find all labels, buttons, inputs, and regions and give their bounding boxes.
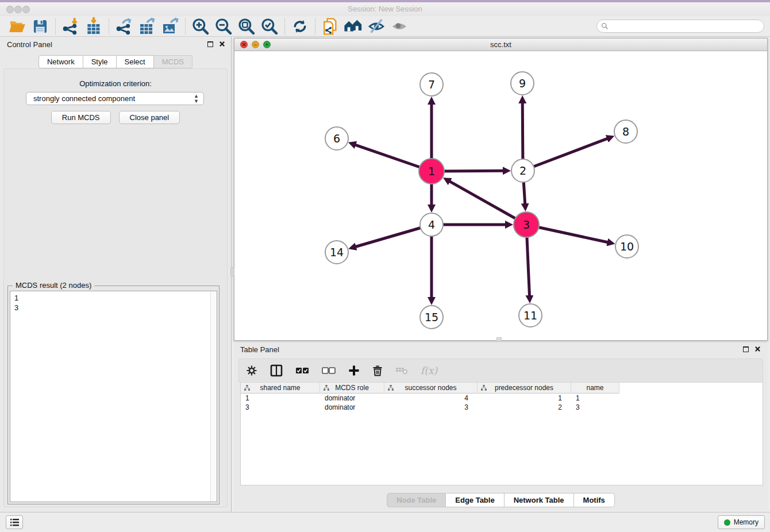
status-bar: Memory — [0, 512, 770, 532]
zoom-selected-icon — [260, 17, 279, 36]
session-title: Session: New Session — [0, 5, 770, 13]
column-header-predecessor-nodes[interactable]: predecessor nodes — [478, 383, 571, 394]
birds-eye-view-button[interactable] — [388, 17, 411, 36]
result-scrollbar[interactable] — [210, 291, 217, 502]
zoom-selected-button[interactable] — [258, 17, 281, 36]
graph-node-7[interactable]: 7 — [419, 72, 444, 97]
criterion-value: strongly connected component — [33, 94, 135, 103]
search-input[interactable] — [596, 20, 764, 33]
control-panel-tab-mcds[interactable]: MCDS — [154, 55, 192, 68]
zoom-out-button[interactable] — [212, 17, 235, 36]
graph-node-10[interactable]: 10 — [615, 234, 639, 259]
refresh-button[interactable] — [288, 17, 311, 36]
first-neighbors-button[interactable] — [342, 17, 365, 36]
import-table-icon — [84, 17, 103, 36]
run-mcds-button[interactable]: Run MCDS — [51, 111, 111, 124]
zoom-in-button[interactable] — [189, 17, 212, 36]
eye-icon — [390, 17, 409, 36]
open-session-button[interactable] — [6, 17, 29, 36]
table-row[interactable]: 3 dominator 3 2 3 — [241, 403, 763, 412]
mcds-result-list[interactable]: 13 — [10, 291, 217, 502]
network-window-title: scc.txt — [234, 40, 767, 49]
table-tab-network-table[interactable]: Network Table — [505, 493, 574, 507]
node-table-header-row: shared name MCDS role successor nodes — [241, 383, 763, 394]
splitter-handle-horizontal[interactable] — [496, 337, 502, 341]
column-visibility-icon[interactable] — [270, 364, 283, 377]
table-settings-gear-icon[interactable] — [246, 365, 257, 376]
add-column-icon[interactable] — [348, 365, 360, 376]
table-cell[interactable]: dominator — [320, 394, 384, 403]
graph-node-11[interactable]: 11 — [518, 303, 542, 327]
clone-network-button[interactable] — [319, 17, 342, 36]
toolbar-separator — [315, 18, 315, 34]
memory-status-dot — [724, 519, 730, 526]
column-header-MCDS-role[interactable]: MCDS role — [320, 383, 384, 394]
graph-node-3[interactable]: 3 — [513, 211, 540, 238]
memory-button[interactable]: Memory — [718, 515, 765, 529]
table-cell[interactable]: 2 — [478, 403, 571, 412]
table-cell[interactable]: 4 — [384, 394, 478, 403]
table-cell[interactable]: 3 — [571, 403, 619, 412]
search-field-wrap — [596, 20, 764, 33]
float-panel-icon[interactable] — [207, 41, 213, 47]
table-row[interactable]: 1 dominator 4 1 1 — [241, 394, 763, 403]
show-hide-details-button[interactable] — [365, 17, 388, 36]
mcds-panel: Optimization criterion: strongly connect… — [3, 68, 228, 507]
column-header-shared-name[interactable]: shared name — [241, 383, 320, 394]
graph-node-9[interactable]: 9 — [510, 71, 534, 95]
export-image-icon — [161, 17, 179, 36]
column-header-name[interactable]: name — [571, 383, 619, 394]
export-image-button[interactable] — [159, 17, 182, 36]
criterion-select[interactable]: strongly connected component ▲▼ — [26, 92, 204, 105]
table-cell[interactable]: 3 — [241, 403, 320, 412]
graph-node-2[interactable]: 2 — [511, 159, 535, 183]
table-tab-motifs[interactable]: Motifs — [574, 493, 615, 507]
optimization-criterion-label: Optimization criterion: — [4, 79, 227, 88]
export-table-button[interactable] — [136, 17, 159, 36]
table-cell[interactable]: 3 — [384, 403, 478, 412]
network-canvas[interactable]: 7968124314101511 — [234, 51, 767, 340]
graph-node-15[interactable]: 15 — [419, 305, 444, 329]
graph-node-1[interactable]: 1 — [418, 158, 445, 184]
splitter-handle-vertical[interactable] — [230, 267, 234, 276]
control-panel-tab-network[interactable]: Network — [38, 55, 83, 68]
export-network-button[interactable] — [113, 17, 136, 36]
column-header-successor-nodes[interactable]: successor nodes — [384, 383, 478, 394]
save-session-button[interactable] — [29, 17, 52, 36]
graph-node-14[interactable]: 14 — [325, 240, 349, 264]
deselect-all-rows-icon[interactable] — [322, 367, 336, 374]
delete-column-icon[interactable] — [372, 365, 383, 376]
close-panel-button[interactable]: Close panel — [119, 111, 180, 124]
control-panel-tab-style[interactable]: Style — [83, 55, 117, 68]
table-cell[interactable]: 1 — [478, 394, 571, 403]
search-icon — [601, 22, 609, 30]
import-network-button[interactable] — [59, 17, 82, 36]
control-panel-tab-select[interactable]: Select — [117, 55, 154, 68]
zoom-fit-button[interactable] — [235, 17, 258, 36]
graph-edge-2-8[interactable] — [523, 138, 607, 171]
toolbar-separator — [109, 18, 109, 34]
import-network-icon — [61, 17, 80, 36]
mcds-result-legend: MCDS result (2 nodes) — [13, 281, 94, 290]
show-panels-list-button[interactable] — [6, 515, 23, 529]
close-panel-icon[interactable] — [219, 41, 225, 47]
mcds-result-item[interactable]: 3 — [14, 303, 217, 313]
table-cell[interactable]: dominator — [320, 403, 384, 412]
float-table-panel-icon[interactable] — [743, 346, 749, 352]
table-tab-edge-table[interactable]: Edge Table — [446, 493, 504, 507]
mcds-result-item[interactable]: 1 — [14, 293, 217, 303]
graph-node-8[interactable]: 8 — [614, 119, 638, 144]
attribute-tree-icon — [481, 385, 487, 391]
table-toolbar: f(x) — [238, 358, 763, 383]
select-stepper-icon: ▲▼ — [194, 94, 199, 104]
column-header-label: predecessor nodes — [478, 384, 571, 392]
select-all-rows-icon[interactable] — [295, 367, 309, 374]
graph-node-4[interactable]: 4 — [419, 213, 444, 237]
table-cell[interactable]: 1 — [241, 394, 320, 403]
graph-node-6[interactable]: 6 — [325, 126, 349, 151]
network-window-titlebar[interactable]: ✕ − + scc.txt — [234, 38, 767, 51]
close-table-panel-icon[interactable] — [754, 346, 761, 352]
table-tab-node-table[interactable]: Node Table — [387, 493, 446, 507]
import-table-button[interactable] — [82, 17, 105, 36]
table-cell[interactable]: 1 — [571, 394, 619, 403]
